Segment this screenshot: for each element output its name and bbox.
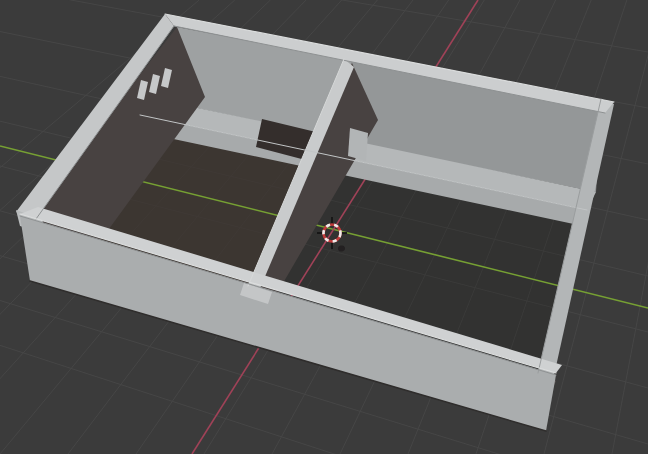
divider-wall-window[interactable] [348,128,368,161]
viewport-canvas[interactable] [0,0,648,454]
3d-viewport[interactable] [0,0,648,454]
